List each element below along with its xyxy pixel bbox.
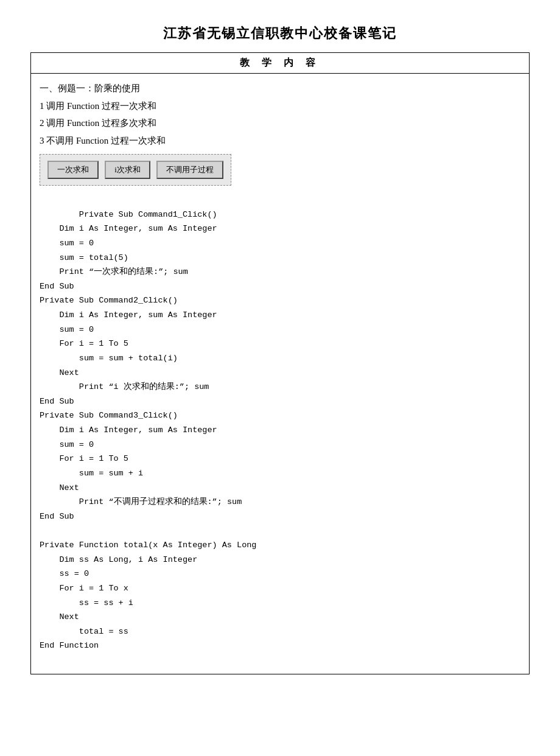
intro-line3: 2 调用 Function 过程多次求和: [40, 114, 520, 132]
main-table: 教 学 内 容 一、例题一：阶乘的使用 1 调用 Function 过程一次求和…: [30, 52, 530, 674]
intro-line2: 1 调用 Function 过程一次求和: [40, 97, 520, 115]
btn-once-sum[interactable]: 一次求和: [47, 161, 99, 179]
intro-section: 一、例题一：阶乘的使用 1 调用 Function 过程一次求和 2 调用 Fu…: [40, 80, 520, 149]
intro-line1: 一、例题一：阶乘的使用: [40, 80, 520, 97]
table-content: 一、例题一：阶乘的使用 1 调用 Function 过程一次求和 2 调用 Fu…: [31, 74, 530, 674]
page-title: 江苏省无锡立信职教中心校备课笔记: [30, 24, 530, 43]
button-group: 一次求和 i次求和 不调用子过程: [40, 154, 231, 186]
code-command1: Private Sub Command1_Click() Dim i As In…: [40, 210, 256, 651]
btn-no-sub[interactable]: 不调用子过程: [156, 161, 223, 179]
intro-line4: 3 不调用 Function 过程一次求和: [40, 132, 520, 150]
btn-i-sum[interactable]: i次求和: [105, 161, 150, 179]
code-block: Private Sub Command1_Click() Dim i As In…: [40, 193, 520, 668]
table-header: 教 学 内 容: [31, 53, 530, 74]
